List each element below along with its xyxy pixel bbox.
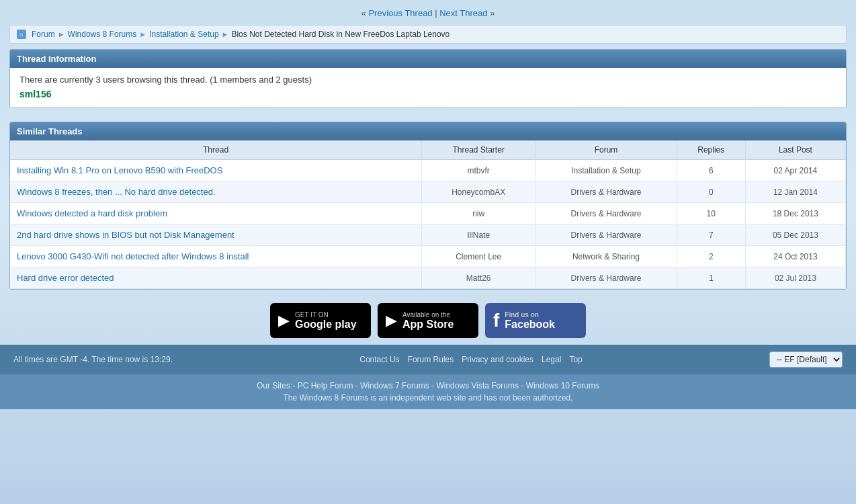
thread-link[interactable]: Installing Win 8.1 Pro on Lenovo B590 wi… [17,165,222,175]
similar-threads-header: Similar Threads [10,122,846,140]
thread-starter-cell: niw [422,203,536,224]
breadcrumb-sep-2: ► [139,30,146,38]
thread-info-body: There are currently 3 users browsing thi… [10,68,846,108]
thread-title-cell: Installing Win 8.1 Pro on Lenovo B590 wi… [10,160,422,181]
thread-title-cell: Hard drive error detected [10,267,422,289]
thread-title-cell: 2nd hard drive shows in BIOS but not Dis… [10,224,422,246]
thread-forum-cell: Drivers & Hardware [536,203,677,224]
timezone-text: All times are GMT -4. The time now is 13… [13,355,173,364]
next-thread-link[interactable]: Next Thread [439,8,487,18]
col-starter: Thread Starter [422,140,536,160]
pc-help-forum-link[interactable]: PC Help Forum [298,381,353,390]
thread-info-header: Thread Information [10,50,846,68]
thread-link[interactable]: 2nd hard drive shows in BIOS but not Dis… [17,230,234,240]
thread-link[interactable]: Windows detected a hard disk problem [17,208,167,218]
previous-thread-link[interactable]: Previous Thread [368,8,432,18]
footer-privacy-cookies[interactable]: Privacy and cookies [462,355,533,364]
thread-forum-cell: Drivers & Hardware [536,267,677,289]
user-link-sml156[interactable]: sml156 [19,89,837,99]
breadcrumb-sep-3: ► [222,30,229,38]
thread-starter-cell: Clement Lee [422,246,536,267]
thread-lastpost-cell: 05 Dec 2013 [745,224,845,246]
our-sites-label: Our Sites:- [257,381,295,390]
app-store-text: Available on the App Store [402,311,454,331]
footer-forum-rules[interactable]: Forum Rules [408,355,454,364]
dash-1: - [355,381,360,390]
breadcrumb-forum[interactable]: Forum [32,30,55,39]
table-row: Installing Win 8.1 Pro on Lenovo B590 wi… [10,160,846,181]
thread-replies-cell: 7 [677,224,745,246]
thread-forum-cell: Installation & Setup [536,160,677,181]
breadcrumb-windows8forums[interactable]: Windows 8 Forums [68,30,137,39]
thread-link[interactable]: Hard drive error detected [17,273,114,283]
google-play-button[interactable]: ▶ GET IT ON Google play [270,303,371,338]
windows7-forums-link[interactable]: Windows 7 Forums [360,381,429,390]
thread-replies-cell: 0 [677,181,745,203]
thread-starter-cell: Matt26 [422,267,536,289]
google-play-bottom-text: Google play [295,319,357,331]
table-row: Hard drive error detected Matt26 Drivers… [10,267,846,289]
thread-title-cell: Windows 8 freezes, then ... No hard driv… [10,181,422,203]
table-row: Windows detected a hard disk problem niw… [10,203,846,224]
thread-navigation: « Previous Thread | Next Thread » [0,0,856,25]
thread-forum-cell: Network & Sharing [536,246,677,267]
app-links-section: ▶ GET IT ON Google play ▶ Available on t… [0,303,856,338]
facebook-button[interactable]: f Find us on Facebook [485,303,586,338]
thread-starter-cell: IllNate [422,224,536,246]
breadcrumb: ⌂ Forum ► Windows 8 Forums ► Installatio… [9,25,847,44]
thread-info-box: Thread Information There are currently 3… [9,49,847,108]
col-lastpost: Last Post [745,140,845,160]
google-play-text: GET IT ON Google play [295,311,357,331]
thread-forum-cell: Drivers & Hardware [536,224,677,246]
windows10-forums-link[interactable]: Windows 10 Forums [526,381,599,390]
col-replies: Replies [677,140,745,160]
google-play-icon: ▶ [278,312,290,329]
app-store-icon: ▶ [386,312,397,329]
similar-threads-table: Thread Thread Starter Forum Replies Last… [10,140,846,289]
thread-lastpost-cell: 12 Jan 2014 [745,181,845,203]
app-store-button[interactable]: ▶ Available on the App Store [378,303,478,338]
breadcrumb-sep-1: ► [58,30,65,38]
member-count-text: (1 members and 2 guests) [210,75,312,85]
footer-links: Contact Us Forum Rules Privacy and cooki… [355,355,587,364]
breadcrumb-installation-setup[interactable]: Installation & Setup [149,30,218,39]
thread-replies-cell: 10 [677,203,745,224]
similar-threads-box: Similar Threads Thread Thread Starter Fo… [9,122,847,290]
thread-title-cell: Lenovo 3000 G430-Wifi not detected after… [10,246,422,267]
dash-3: - [521,381,525,390]
col-forum: Forum [536,140,677,160]
thread-forum-cell: Drivers & Hardware [536,181,677,203]
windows-vista-forums-link[interactable]: Windows Vista Forums [436,381,518,390]
col-thread: Thread [10,140,422,160]
table-row: 2nd hard drive shows in BIOS but not Dis… [10,224,846,246]
facebook-bottom-text: Facebook [505,319,555,331]
disclaimer-text: The Windows 8 Forums is an independent w… [13,393,843,403]
app-store-top-text: Available on the [402,311,454,319]
thread-replies-cell: 6 [677,160,745,181]
thread-lastpost-cell: 18 Dec 2013 [745,203,845,224]
app-store-bottom-text: App Store [402,319,454,331]
footer-contact-us[interactable]: Contact Us [359,355,399,364]
thread-replies-cell: 1 [677,267,745,289]
home-icon: ⌂ [17,30,26,39]
footer-right: -- EF [Default] [769,351,843,368]
footer-bar: All times are GMT -4. The time now is 13… [0,345,856,374]
table-row: Lenovo 3000 G430-Wifi not detected after… [10,246,846,267]
footer-legal[interactable]: Legal [542,355,561,364]
next-quote: » [490,8,495,18]
thread-lastpost-cell: 24 Oct 2013 [745,246,845,267]
footer-top[interactable]: Top [569,355,582,364]
browsing-text: There are currently 3 users browsing thi… [19,75,208,85]
thread-lastpost-cell: 02 Apr 2014 [745,160,845,181]
facebook-text: Find us on Facebook [505,311,555,331]
table-row: Windows 8 freezes, then ... No hard driv… [10,181,846,203]
facebook-top-text: Find us on [505,311,555,319]
thread-starter-cell: HoneycombAX [422,181,536,203]
style-select[interactable]: -- EF [Default] [769,351,843,368]
bottom-footer: Our Sites:- PC Help Forum - Windows 7 Fo… [0,374,856,409]
prev-quote: « [361,8,366,18]
facebook-icon: f [493,310,499,331]
thread-replies-cell: 2 [677,246,745,267]
thread-link[interactable]: Lenovo 3000 G430-Wifi not detected after… [17,251,249,261]
thread-link[interactable]: Windows 8 freezes, then ... No hard driv… [17,187,216,197]
